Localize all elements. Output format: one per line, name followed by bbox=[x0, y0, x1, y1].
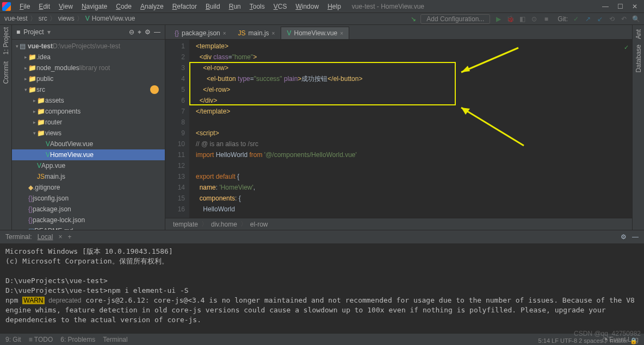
menu-tools[interactable]: Tools bbox=[245, 2, 269, 11]
tree-node[interactable]: ▸📁 .idea bbox=[12, 52, 165, 62]
tree-node[interactable]: ▸📁 components bbox=[12, 106, 165, 117]
menu-help[interactable]: Help bbox=[323, 2, 345, 11]
tree-node[interactable]: ▸📁 public bbox=[12, 73, 165, 84]
terminal-session-tab[interactable]: Local bbox=[38, 233, 53, 241]
tree-node[interactable]: V AboutView.vue bbox=[12, 139, 165, 149]
git-history-icon[interactable]: ⟲ bbox=[608, 15, 616, 23]
editor-tab[interactable]: VHomeView.vue× bbox=[281, 27, 349, 39]
menu-view[interactable]: View bbox=[54, 2, 77, 11]
breadcrumb-item[interactable]: src bbox=[39, 15, 47, 22]
tree-root[interactable]: ▾▤vue-test D:\vueProjects\vue-test bbox=[12, 41, 165, 52]
code-breadcrumb[interactable]: div.home bbox=[211, 221, 237, 228]
status-right[interactable]: 5:14 LF UTF-8 2 spaces ᚠ master 🔒 bbox=[538, 337, 637, 344]
rail-commit[interactable]: Commit bbox=[2, 61, 10, 84]
window-buttons: — ☐ ✕ bbox=[602, 3, 637, 10]
tree-node[interactable]: ▾📁 src bbox=[12, 84, 165, 95]
terminal-close-tab-icon[interactable]: × bbox=[58, 233, 62, 241]
collapse-icon[interactable]: ⊖ bbox=[129, 28, 134, 36]
menu-build[interactable]: Build bbox=[201, 2, 225, 11]
status-tool-button[interactable]: Terminal bbox=[103, 336, 127, 343]
editor-tab[interactable]: {}package.json× bbox=[169, 27, 232, 39]
editor-tab[interactable]: JSmain.js× bbox=[232, 27, 281, 39]
settings-icon[interactable]: ⚙ bbox=[145, 28, 151, 36]
code-area[interactable]: ✓ <template> <div class="home"> <el-row>… bbox=[189, 40, 632, 218]
watermark: CSDN @qq_42750982 bbox=[574, 330, 641, 337]
tree-node[interactable]: ▸📁 node_modules library root bbox=[12, 62, 165, 73]
close-icon[interactable]: ✕ bbox=[632, 3, 637, 10]
titlebar: FileEditViewNavigateCodeAnalyzeRefactorB… bbox=[0, 0, 644, 13]
build-icon[interactable]: ↘ bbox=[411, 15, 416, 23]
run-icon[interactable]: ▶ bbox=[494, 15, 502, 23]
terminal-label: Terminal: bbox=[5, 233, 32, 241]
rail-database[interactable]: Database bbox=[635, 45, 642, 72]
minimize-icon[interactable]: — bbox=[602, 3, 609, 10]
terminal-output[interactable]: Microsoft Windows [版本 10.0.19043.1586] (… bbox=[0, 243, 644, 333]
menu-analyze[interactable]: Analyze bbox=[136, 2, 168, 11]
intention-bulb-icon[interactable] bbox=[150, 85, 159, 94]
terminal-tool-window: Terminal: Local × + ⚙ — Microsoft Window… bbox=[0, 230, 644, 333]
menu-run[interactable]: Run bbox=[225, 2, 245, 11]
git-push-icon[interactable]: ↗ bbox=[584, 15, 592, 23]
tree-node[interactable]: V App.vue bbox=[12, 160, 165, 171]
profile-icon[interactable]: ⊙ bbox=[530, 15, 538, 23]
debug-icon[interactable]: 🐞 bbox=[506, 15, 514, 23]
tree-node[interactable]: ▤ README.md bbox=[12, 225, 165, 230]
terminal-settings-icon[interactable]: ⚙ bbox=[621, 233, 627, 241]
project-title: Project bbox=[23, 28, 44, 36]
tree-node[interactable]: ▾📁 views bbox=[12, 128, 165, 139]
rail-ant[interactable]: Ant bbox=[635, 29, 642, 39]
terminal-hide-icon[interactable]: — bbox=[632, 233, 639, 241]
breadcrumb-item[interactable]: views bbox=[58, 15, 75, 22]
menu-vcs[interactable]: VCS bbox=[269, 2, 292, 11]
menu-window[interactable]: Window bbox=[291, 2, 323, 11]
editor: {}package.json×JSmain.js×VHomeView.vue× … bbox=[165, 25, 632, 230]
editor-tabs: {}package.json×JSmain.js×VHomeView.vue× bbox=[165, 25, 632, 40]
window-title: vue-test - HomeView.vue bbox=[352, 3, 601, 10]
menu-navigate[interactable]: Navigate bbox=[77, 2, 112, 11]
tree-node[interactable]: ◆ .gitignore bbox=[12, 182, 165, 193]
right-rail: Ant Database bbox=[632, 25, 644, 230]
run-config-dropdown[interactable]: Add Configuration... bbox=[420, 14, 490, 24]
navbar: vue-test〉src〉views〉VHomeView.vue ↘ Add C… bbox=[0, 13, 644, 25]
close-tab-icon[interactable]: × bbox=[272, 30, 275, 36]
editor-breadcrumbs[interactable]: template〉div.home〉el-row bbox=[165, 218, 632, 230]
inspection-ok-icon[interactable]: ✓ bbox=[624, 42, 629, 53]
git-label: Git: bbox=[558, 15, 568, 23]
tree-node[interactable]: V HomeView.vue bbox=[12, 149, 165, 160]
hide-icon[interactable]: — bbox=[154, 28, 160, 36]
ide-logo bbox=[2, 2, 11, 11]
close-tab-icon[interactable]: × bbox=[340, 30, 343, 36]
menu-edit[interactable]: Edit bbox=[34, 2, 54, 11]
tree-node[interactable]: {} package-lock.json bbox=[12, 215, 165, 225]
gutter: 12345678910111213141516 bbox=[165, 40, 189, 218]
tree-node[interactable]: {} package.json bbox=[12, 204, 165, 215]
menu-refactor[interactable]: Refactor bbox=[168, 2, 201, 11]
coverage-icon[interactable]: ◧ bbox=[518, 15, 526, 23]
tree-node[interactable]: ▸📁 router bbox=[12, 117, 165, 128]
git-revert-icon[interactable]: ↶ bbox=[620, 15, 628, 23]
menu-file[interactable]: File bbox=[15, 2, 34, 11]
stop-icon[interactable]: ■ bbox=[542, 15, 550, 23]
tree-node[interactable]: {} jsconfig.json bbox=[12, 193, 165, 204]
code-breadcrumb[interactable]: el-row bbox=[250, 221, 268, 228]
menu-code[interactable]: Code bbox=[112, 2, 136, 11]
project-tool-window: ■ Project ▾ ⊖ ⌖ ⚙ — ▾▤vue-test D:\vuePro… bbox=[12, 25, 165, 230]
select-opened-icon[interactable]: ⌖ bbox=[138, 28, 141, 36]
tree-node[interactable]: JS main.js bbox=[12, 171, 165, 182]
git-pull-icon[interactable]: ↙ bbox=[596, 15, 604, 23]
git-commit-icon[interactable]: ✓ bbox=[572, 15, 580, 23]
search-icon[interactable]: 🔍 bbox=[632, 15, 640, 23]
maximize-icon[interactable]: ☐ bbox=[617, 3, 623, 10]
status-tool-button[interactable]: ≡ TODO bbox=[29, 336, 53, 343]
rail-project[interactable]: 1: Project bbox=[2, 27, 10, 55]
left-rail: 1: Project Commit bbox=[0, 25, 12, 230]
close-tab-icon[interactable]: × bbox=[223, 30, 226, 36]
breadcrumb-item[interactable]: VHomeView.vue bbox=[85, 15, 135, 22]
breadcrumb-item[interactable]: vue-test bbox=[4, 15, 28, 22]
project-tree[interactable]: ▾▤vue-test D:\vueProjects\vue-test▸📁 .id… bbox=[12, 40, 165, 230]
code-breadcrumb[interactable]: template bbox=[173, 221, 198, 228]
status-tool-button[interactable]: 9: Git bbox=[5, 336, 21, 343]
terminal-add-tab-icon[interactable]: + bbox=[67, 233, 71, 241]
tree-node[interactable]: ▸📁 assets bbox=[12, 95, 165, 106]
status-tool-button[interactable]: 6: Problems bbox=[60, 336, 95, 343]
